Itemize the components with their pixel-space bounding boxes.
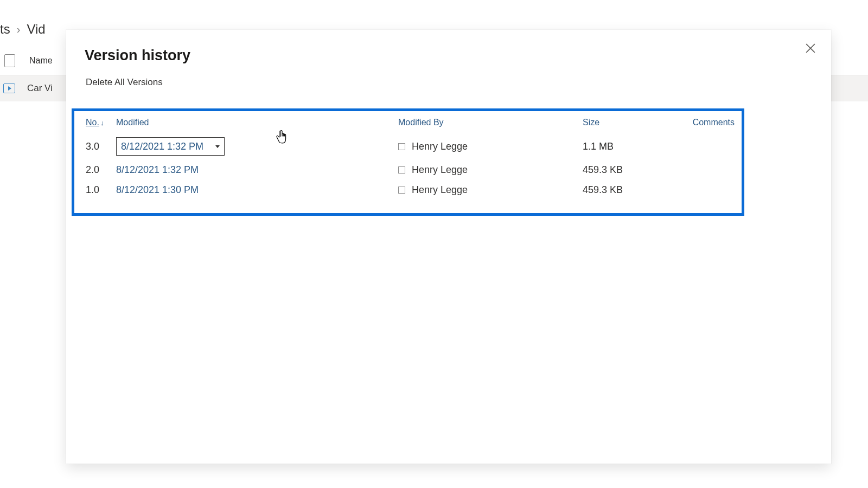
user-presence-icon	[398, 187, 405, 194]
modified-date-link[interactable]: 8/12/2021 1:32 PM	[116, 164, 398, 176]
modified-by-cell: Henry Legge	[398, 141, 583, 152]
modified-by-cell: Henry Legge	[398, 184, 583, 196]
file-name[interactable]: Car Vi	[27, 83, 53, 94]
size-cell: 1.1 MB	[583, 141, 675, 152]
version-row: 3.0 8/12/2021 1:32 PM Henry Legge 1.1 MB	[86, 133, 737, 160]
col-size[interactable]: Size	[583, 118, 675, 127]
version-table: No.↓ Modified Modified By Size Comments …	[86, 115, 737, 200]
size-cell: 459.3 KB	[583, 164, 675, 176]
chevron-right-icon: ›	[17, 23, 21, 36]
user-presence-icon	[398, 143, 405, 150]
video-file-icon	[3, 84, 15, 93]
column-header-name[interactable]: Name	[29, 56, 53, 66]
col-comments[interactable]: Comments	[675, 118, 737, 127]
breadcrumb-item[interactable]: Vid	[27, 22, 45, 37]
version-number: 3.0	[86, 141, 116, 152]
sort-desc-icon: ↓	[100, 119, 104, 127]
file-icon	[4, 54, 15, 67]
modified-date-link[interactable]: 8/12/2021 1:32 PM	[121, 141, 203, 152]
version-row: 2.0 8/12/2021 1:32 PM Henry Legge 459.3 …	[86, 160, 737, 180]
breadcrumb-item[interactable]: nents	[0, 22, 10, 37]
modified-date-dropdown[interactable]: 8/12/2021 1:32 PM	[116, 137, 225, 156]
size-cell: 459.3 KB	[583, 184, 675, 196]
version-row: 1.0 8/12/2021 1:30 PM Henry Legge 459.3 …	[86, 180, 737, 200]
dialog-title: Version history	[66, 30, 831, 64]
user-name[interactable]: Henry Legge	[412, 184, 468, 196]
user-name[interactable]: Henry Legge	[412, 141, 468, 152]
user-presence-icon	[398, 166, 405, 174]
modified-date-link[interactable]: 8/12/2021 1:30 PM	[116, 184, 398, 196]
col-no[interactable]: No.↓	[86, 118, 116, 127]
version-number: 2.0	[86, 164, 116, 176]
version-history-dialog: Version history Delete All Versions No.↓…	[66, 30, 831, 464]
chevron-down-icon	[215, 145, 220, 148]
col-no-label: No.	[86, 118, 99, 127]
modified-cell[interactable]: 8/12/2021 1:32 PM	[116, 137, 398, 156]
col-modified[interactable]: Modified	[116, 118, 398, 127]
close-icon	[806, 43, 815, 53]
close-button[interactable]	[802, 40, 819, 57]
user-name[interactable]: Henry Legge	[412, 164, 468, 176]
table-header: No.↓ Modified Modified By Size Comments	[86, 115, 737, 133]
col-modified-by[interactable]: Modified By	[398, 118, 583, 127]
delete-all-versions-link[interactable]: Delete All Versions	[86, 77, 163, 88]
modified-by-cell: Henry Legge	[398, 164, 583, 176]
version-number: 1.0	[86, 184, 116, 196]
